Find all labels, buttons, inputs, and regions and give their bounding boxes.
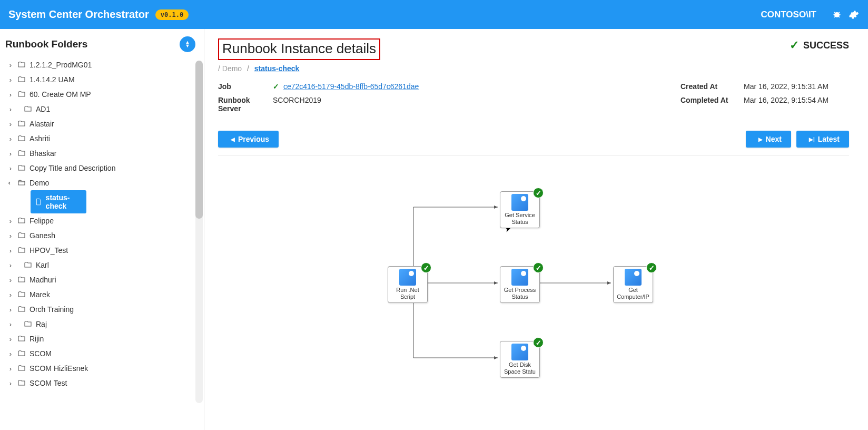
breadcrumb-parent[interactable]: Demo (222, 64, 242, 73)
folder-icon (17, 275, 26, 285)
chevron-right-icon: › (6, 306, 15, 314)
activity-node-get-service-status[interactable]: ✓Get Service Status (500, 191, 540, 228)
next-button[interactable]: ▶ Next (746, 131, 791, 148)
chevron-right-icon: › (6, 105, 15, 113)
tree-label: Ganesh (29, 231, 55, 240)
tree-label: status-check (46, 193, 82, 210)
success-badge-icon: ✓ (533, 188, 544, 198)
settings-gear-icon[interactable] (848, 9, 860, 21)
triangle-left-icon: ◀ (231, 136, 235, 142)
activity-label: Get Computer/IP (614, 287, 653, 300)
created-value: Mar 16, 2022, 9:15:31 AM (744, 82, 849, 91)
activity-node-run-net-script[interactable]: ✓Run .Net Script (388, 266, 428, 303)
activity-node-get-computer-ip[interactable]: ✓Get Computer/IP (613, 266, 653, 303)
version-badge: v0.1.0 (155, 9, 189, 20)
activity-node-get-disk-space[interactable]: ✓Get Disk Space Statu (500, 341, 540, 378)
tree-folder[interactable]: ›SCOM (3, 346, 204, 361)
chevron-right-icon: › (6, 335, 15, 343)
tree-folder[interactable]: ›Ganesh (3, 228, 204, 243)
sidebar-collapse-button[interactable]: ▲▼ (180, 36, 195, 52)
tree-folder[interactable]: ›60. Create OM MP (3, 87, 204, 102)
chevron-right-icon: › (6, 320, 15, 328)
activity-label: Get Disk Space Statu (500, 361, 539, 375)
tree-folder[interactable]: ›SCOM Test (3, 376, 204, 390)
activity-icon (399, 269, 416, 286)
folder-icon (23, 260, 33, 270)
tree-folder[interactable]: ›Bhaskar (3, 146, 204, 161)
success-badge-icon: ✓ (533, 262, 544, 273)
tree-label: AD1 (36, 105, 50, 113)
tree-folder[interactable]: ›Rijin (3, 331, 204, 346)
chevron-right-icon: ⌄ (7, 179, 15, 187)
tree-label: 1.2.1.2_ProdMG01 (29, 61, 92, 69)
sidebar: Runbook Folders ▲▼ ›1.2.1.2_ProdMG01›1.4… (0, 29, 204, 430)
chevron-right-icon: › (6, 276, 15, 284)
tree-label: HPOV_Test (29, 246, 68, 255)
folder-icon (23, 104, 33, 114)
tree-label: Marek (29, 290, 50, 299)
sidebar-scrollbar[interactable] (195, 61, 203, 403)
tree-folder[interactable]: ›Marek (3, 287, 204, 302)
folder-icon (17, 334, 26, 344)
success-badge-icon: ✓ (533, 337, 544, 348)
activity-label: Get Service Status (500, 212, 539, 226)
latest-button[interactable]: ▶| Latest (796, 131, 849, 148)
tree-folder[interactable]: ›1.4.14.2 UAM (3, 72, 204, 87)
chevron-right-icon: › (6, 365, 15, 373)
chevron-right-icon: › (6, 61, 15, 69)
activity-node-get-process-status[interactable]: ✓Get Process Status (500, 266, 540, 303)
tree-folder[interactable]: ›Orch Training (3, 302, 204, 317)
tree-file-selected[interactable]: status-check (31, 190, 86, 213)
tree-folder[interactable]: ⌄Demo (3, 175, 204, 190)
folder-icon (17, 349, 26, 358)
workflow-canvas[interactable]: ➤ ✓Run .Net Script✓Get Service Status✓Ge… (218, 166, 849, 387)
completed-value: Mar 16, 2022, 9:15:54 AM (744, 96, 849, 104)
tree-folder[interactable]: ›Alastair (3, 116, 204, 131)
breadcrumb-current[interactable]: status-check (254, 64, 300, 73)
tree-label: Raj (36, 320, 47, 328)
tree-folder[interactable]: ›AD1 (3, 102, 204, 116)
tree-folder[interactable]: ›Madhuri (3, 272, 204, 287)
server-value: SCORCH2019 (273, 96, 649, 113)
completed-label: Completed At (680, 96, 744, 104)
tree-folder[interactable]: ›Raj (3, 317, 204, 331)
bug-icon[interactable] (831, 9, 843, 21)
check-icon: ✓ (273, 82, 279, 91)
folder-icon (17, 290, 26, 299)
tree-label: Alastair (29, 120, 54, 128)
breadcrumb-root: / (218, 64, 220, 73)
tree-label: SCOM HizliEsnek (29, 364, 88, 373)
main-content: Runbook Instance details / Demo / status… (204, 29, 868, 430)
folder-icon (17, 75, 26, 84)
breadcrumb: / Demo / status-check (218, 64, 380, 73)
tree-label: Karl (36, 261, 49, 269)
tree-folder[interactable]: ›HPOV_Test (3, 243, 204, 258)
job-label: Job (218, 82, 273, 91)
chevron-right-icon: › (6, 350, 15, 358)
job-id-link[interactable]: ce72c416-5179-45db-8ffb-65d7c6261dae (283, 82, 419, 91)
folder-icon (17, 163, 26, 173)
triangle-right-icon: ▶ (758, 136, 763, 142)
tree-folder[interactable]: ›Ashriti (3, 131, 204, 146)
activity-icon (511, 194, 528, 211)
previous-button[interactable]: ◀ Previous (218, 131, 279, 148)
tree-folder[interactable]: ›1.2.1.2_ProdMG01 (3, 57, 204, 72)
instance-nav-bar: ◀ Previous ▶ Next ▶| Latest (218, 131, 849, 155)
file-icon (35, 197, 43, 207)
tree-label: 60. Create OM MP (29, 90, 91, 99)
folder-icon (17, 60, 26, 70)
tree-folder[interactable]: ›Karl (3, 258, 204, 272)
folder-icon (17, 149, 26, 158)
tree-folder[interactable]: ›Copy Title and Description (3, 161, 204, 175)
tree-label: Ashriti (29, 134, 50, 143)
tree-folder[interactable]: ›SCOM HizliEsnek (3, 361, 204, 376)
tree-folder[interactable]: ›Felippe (3, 213, 204, 228)
check-icon: ✓ (790, 38, 799, 52)
activity-label: Run .Net Script (388, 287, 427, 300)
success-badge-icon: ✓ (646, 262, 657, 273)
chevron-right-icon: › (6, 291, 15, 299)
tree-label: SCOM (29, 349, 52, 358)
folder-open-icon (17, 178, 26, 188)
chevron-right-icon: › (6, 247, 15, 255)
chevron-right-icon: › (6, 91, 15, 99)
